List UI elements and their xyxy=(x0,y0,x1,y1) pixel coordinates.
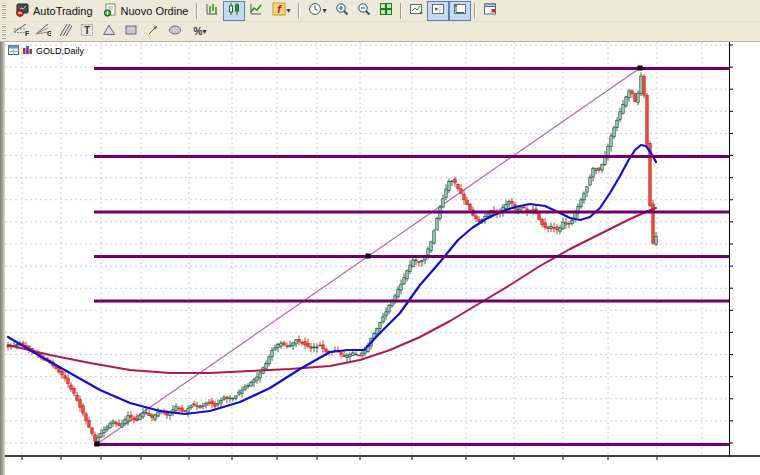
clock-icon xyxy=(308,2,322,20)
chart-symbol-label: GOLD,Daily xyxy=(36,46,84,56)
auto-scroll-icon xyxy=(409,2,423,20)
text-tool-button[interactable]: T xyxy=(76,22,98,42)
line-chart-icon xyxy=(249,2,263,20)
ellipse-tool-button[interactable] xyxy=(164,22,186,42)
zoom-out-button[interactable] xyxy=(353,1,375,21)
new-order-button[interactable]: Nuovo Ordine xyxy=(98,1,194,21)
autotrading-label: AutoTrading xyxy=(33,5,93,17)
zoom-in-icon xyxy=(335,2,349,20)
chart-canvas[interactable]: [object SVGGElement][object SVGGElement]… xyxy=(0,42,760,475)
tile-windows-icon xyxy=(379,2,393,20)
text-tool-icon: T xyxy=(80,23,94,41)
svg-text:F: F xyxy=(25,30,29,37)
toolbar-separator xyxy=(298,3,300,19)
dropdown-caret-icon: ▾ xyxy=(202,27,206,36)
drawing-toolbar: F G T % ▾ xyxy=(0,22,760,42)
fibonacci-retracement-icon: F xyxy=(13,23,29,41)
scale-fix-button[interactable] xyxy=(449,1,471,21)
zoom-in-button[interactable] xyxy=(331,1,353,21)
zoom-out-icon xyxy=(357,2,371,20)
new-order-label: Nuovo Ordine xyxy=(121,5,189,17)
window-left-border xyxy=(0,42,5,475)
svg-text:T: T xyxy=(84,24,90,35)
chart-window: [object SVGGElement][object SVGGElement]… xyxy=(0,42,760,475)
shapes-dropdown-button[interactable]: % ▾ xyxy=(186,22,214,42)
ohlc-bars-icon xyxy=(205,2,219,20)
toolbar-separator xyxy=(196,3,198,19)
autotrading-button[interactable]: AutoTrading xyxy=(10,1,98,21)
chart-symbol-icon xyxy=(22,45,33,57)
new-order-icon xyxy=(103,3,118,19)
candlestick-chart-button[interactable] xyxy=(223,1,245,21)
rectangle-tool-button[interactable] xyxy=(120,22,142,42)
dropdown-caret-icon: ▾ xyxy=(322,6,326,15)
bar-chart-button[interactable] xyxy=(201,1,223,21)
chart-shift-icon xyxy=(431,2,445,20)
periods-button[interactable]: ▾ xyxy=(303,1,331,21)
main-toolbar: AutoTrading Nuovo Ordine f ▾ ▾ xyxy=(0,0,760,22)
gann-tool-button[interactable]: G xyxy=(32,22,54,42)
tile-windows-button[interactable] xyxy=(375,1,397,21)
line-chart-button[interactable] xyxy=(245,1,267,21)
channel-tool-button[interactable] xyxy=(54,22,76,42)
svg-text:G: G xyxy=(47,30,51,37)
triangle-icon xyxy=(102,23,116,41)
triangle-tool-button[interactable] xyxy=(98,22,120,42)
candles-icon xyxy=(227,2,241,20)
toolbar-grip[interactable] xyxy=(2,3,6,18)
fibonacci-tool-button[interactable]: F xyxy=(10,22,32,42)
scale-fix-icon xyxy=(453,2,467,20)
chart-properties-button[interactable] xyxy=(479,1,501,21)
indicators-button[interactable]: f ▾ xyxy=(267,1,295,21)
percent-icon: % xyxy=(194,26,203,37)
toolbar-separator xyxy=(400,3,402,19)
dropdown-caret-icon: ▾ xyxy=(286,6,290,15)
chart-title: GOLD,Daily xyxy=(8,45,84,57)
toolbar-grip[interactable] xyxy=(2,24,6,39)
gann-icon: G xyxy=(35,23,51,41)
ellipse-icon xyxy=(168,23,182,41)
auto-scroll-button[interactable] xyxy=(405,1,427,21)
rectangle-icon xyxy=(124,23,138,41)
chart-properties-icon xyxy=(483,2,497,20)
chart-list-icon xyxy=(8,45,19,57)
indicators-f-icon: f xyxy=(272,2,286,20)
arrow-tool-button[interactable] xyxy=(142,22,164,42)
toolbar-separator xyxy=(474,3,476,19)
equidistant-channel-icon xyxy=(58,23,72,41)
arrow-icon xyxy=(146,23,160,41)
chart-shift-button[interactable] xyxy=(427,1,449,21)
autotrading-icon xyxy=(15,3,30,19)
